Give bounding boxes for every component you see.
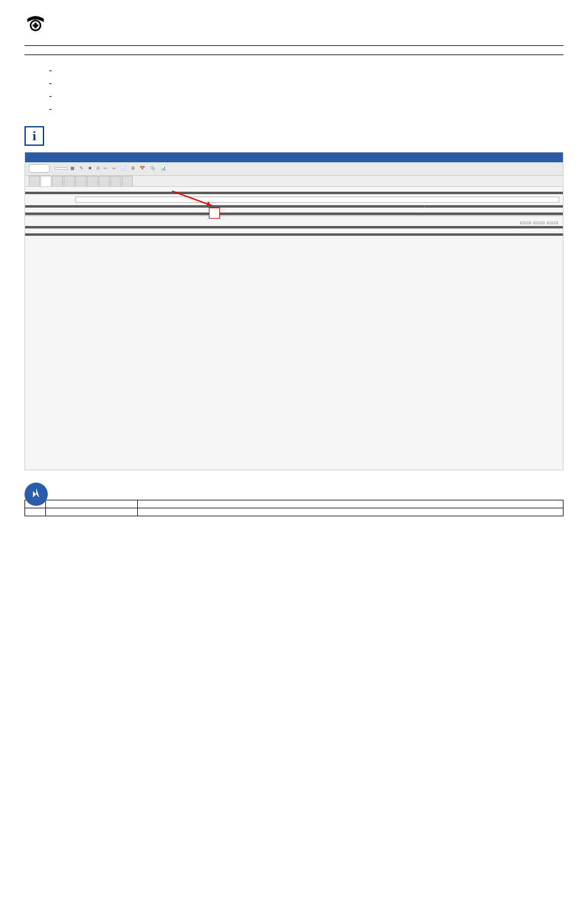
reason-item: [49, 78, 564, 89]
meta-role-value: [284, 51, 444, 53]
reason-item: [49, 91, 564, 102]
ss-tab-active[interactable]: [40, 176, 51, 186]
ss-search-input[interactable]: [29, 164, 50, 172]
ss-tab[interactable]: [122, 176, 133, 186]
band-uppgifter: [25, 205, 424, 208]
reason-list: [24, 65, 564, 115]
step-name: [46, 500, 138, 508]
ss-schema-grid: [25, 228, 563, 233]
step-name: [46, 508, 138, 516]
ss-tab[interactable]: [75, 176, 86, 186]
meta-role-label: [284, 47, 444, 50]
info-icon: i: [24, 126, 44, 146]
steps-table: [24, 500, 564, 516]
ss-tab[interactable]: [87, 176, 98, 186]
maximo-screenshot: ▦ ✎ ✖ ⎙ ⇦ ⇨ 🧾 ⚙ 📅 📎 📊: [24, 152, 564, 470]
meta-title-value: [26, 51, 282, 53]
ss-title-bar: [25, 152, 563, 162]
ss-top-form: [25, 187, 563, 192]
btn-nyrad[interactable]: [547, 222, 558, 224]
btn-rensa[interactable]: [533, 222, 545, 224]
ss-ansvar-grid: [25, 236, 563, 241]
step-row: [25, 500, 564, 508]
ss-tab[interactable]: [64, 176, 75, 186]
step-arrow-icon: [24, 483, 48, 506]
ss-tab[interactable]: [29, 176, 40, 186]
svg-rect-2: [33, 24, 39, 27]
meta-version-label: [445, 47, 562, 50]
reason-item: [49, 65, 564, 77]
reason-item: [49, 104, 564, 115]
ss-action-dropdown[interactable]: [55, 167, 68, 170]
tab-section-header: i: [24, 126, 564, 146]
band-tidpunkter: [424, 205, 563, 208]
ss-tab[interactable]: [99, 176, 110, 186]
ss-tabs: [25, 176, 563, 187]
btn-visa[interactable]: [520, 222, 531, 224]
brand-block: [24, 12, 53, 34]
step-text: [138, 508, 564, 516]
document-meta-table: [24, 45, 564, 55]
ss-alt-row: [25, 194, 563, 205]
meta-title-label: [26, 47, 282, 50]
toolbar-icons[interactable]: ▦ ✎ ✖ ⎙ ⇦ ⇨ 🧾 ⚙ 📅 📎 📊: [70, 165, 168, 171]
ss-tab[interactable]: [52, 176, 63, 186]
meta-version-value: [445, 51, 562, 53]
ss-toolbar: ▦ ✎ ✖ ⎙ ⇦ ⇨ 🧾 ⚙ 📅 📎 📊: [25, 162, 563, 176]
step-row: [25, 508, 564, 516]
flera-buttons: [25, 220, 563, 226]
alt-input[interactable]: [75, 197, 559, 203]
ss-tab[interactable]: [110, 176, 121, 186]
step-text: [138, 500, 564, 508]
page-header: [24, 12, 564, 34]
trafikverket-logo-icon: [24, 12, 47, 34]
callout-number-1: [209, 208, 220, 219]
ss-uppgifter-grid: [25, 208, 563, 213]
